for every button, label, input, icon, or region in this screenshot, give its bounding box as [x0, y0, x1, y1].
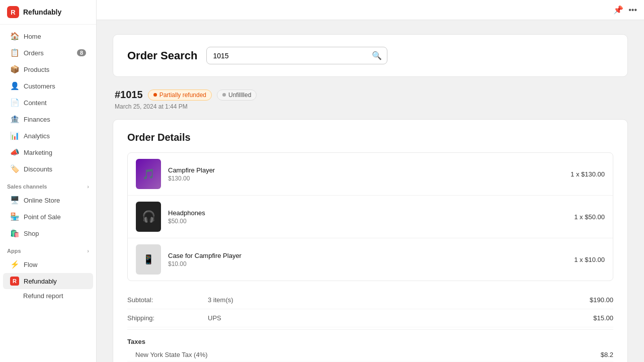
- product-info: Case for Campfire Player $10.00: [168, 252, 567, 267]
- discounts-icon: 🏷️: [10, 164, 19, 173]
- home-icon: 🏠: [10, 32, 19, 41]
- customers-icon: 👤: [10, 81, 19, 90]
- search-input-wrap: 🔍: [206, 47, 387, 64]
- sidebar-item-label: Customers: [24, 82, 55, 90]
- sidebar-item-point-of-sale[interactable]: 🏪 Point of Sale: [3, 209, 93, 225]
- sidebar: R Refundably 🏠 Home 📋 Orders 8 📦 Product…: [0, 0, 97, 362]
- finances-icon: 🏦: [10, 115, 19, 124]
- sidebar-item-label: Finances: [24, 116, 50, 123]
- search-title: Order Search: [127, 49, 197, 62]
- search-button[interactable]: 🔍: [367, 47, 387, 64]
- sidebar-item-orders[interactable]: 📋 Orders 8: [3, 45, 93, 61]
- tax-row: New York State Tax (4%) $8.2: [127, 348, 613, 361]
- sidebar-item-label: Flow: [24, 261, 37, 268]
- search-input[interactable]: [207, 48, 367, 63]
- point-of-sale-icon: 🏪: [10, 212, 19, 221]
- product-quantity: 1 x $50.00: [574, 213, 605, 221]
- refundably-icon: R: [10, 277, 19, 286]
- subtotal-row: Subtotal: 3 item(s) $190.00: [127, 291, 613, 309]
- shop-icon: 🛍️: [10, 229, 19, 238]
- unfulfilled-dot-icon: [222, 93, 226, 97]
- sidebar-item-discounts[interactable]: 🏷️ Discounts: [3, 161, 93, 177]
- sidebar-item-products[interactable]: 📦 Products: [3, 61, 93, 77]
- sidebar-item-label: Shop: [24, 230, 39, 237]
- analytics-icon: 📊: [10, 131, 19, 140]
- partial-dot-icon: [153, 93, 157, 97]
- sidebar-item-label: Analytics: [24, 132, 50, 140]
- order-meta: #1015 Partially refunded Unfilllled Marc…: [113, 89, 628, 110]
- sidebar-item-label: Online Store: [24, 197, 60, 204]
- online-store-icon: 🖥️: [10, 196, 19, 205]
- sidebar-item-label: Refundably: [24, 278, 57, 285]
- app-logo: R: [7, 6, 19, 18]
- order-date: March 25, 2024 at 1:44 PM: [115, 103, 626, 110]
- sidebar-item-analytics[interactable]: 📊 Analytics: [3, 128, 93, 144]
- order-details-title: Order Details: [127, 132, 613, 143]
- badge-unfulfilled: Unfilllled: [217, 89, 257, 101]
- tax-name: New York State Tax (4%): [135, 351, 601, 358]
- order-summary: Subtotal: 3 item(s) $190.00 Shipping: UP…: [127, 291, 613, 362]
- sidebar-item-online-store[interactable]: 🖥️ Online Store: [3, 192, 93, 208]
- order-id-row: #1015 Partially refunded Unfilllled: [115, 89, 626, 101]
- topbar: 📌 •••: [97, 0, 644, 20]
- sidebar-item-home[interactable]: 🏠 Home: [3, 28, 93, 44]
- product-info: Campfire Player $130.00: [168, 166, 564, 182]
- apps-chevron-icon[interactable]: ›: [87, 248, 89, 254]
- more-icon[interactable]: •••: [628, 6, 637, 15]
- product-row-headphones: 🎧 Headphones $50.00 1 x $50.00: [128, 196, 613, 238]
- product-price: $10.00: [168, 260, 567, 267]
- shipping-row: Shipping: UPS $15.00: [127, 309, 613, 327]
- app-name: Refundably: [23, 8, 61, 16]
- sidebar-item-label: Home: [24, 33, 41, 40]
- order-id: #1015: [115, 89, 143, 101]
- taxes-list: New York State Tax (4%) $8.2 New York Ci…: [127, 348, 613, 362]
- sidebar-item-refundably[interactable]: R Refundably: [3, 273, 93, 289]
- content-icon: 📄: [10, 98, 19, 107]
- product-name: Headphones: [168, 209, 567, 217]
- products-section: 🎵 Campfire Player $130.00 1 x $130.00 🎧 …: [127, 152, 613, 281]
- sidebar-subitem-refund-report[interactable]: Refund report: [3, 290, 93, 302]
- sidebar-item-label: Products: [24, 66, 49, 73]
- sidebar-item-label: Orders: [24, 49, 44, 57]
- sidebar-item-label: Discounts: [24, 165, 52, 173]
- sales-channels-chevron-icon[interactable]: ›: [87, 184, 89, 190]
- product-price: $130.00: [168, 175, 564, 182]
- sidebar-item-finances[interactable]: 🏦 Finances: [3, 111, 93, 127]
- order-details-card: Order Details 🎵 Campfire Player $130.00 …: [113, 119, 628, 362]
- order-search-card: Order Search 🔍: [113, 34, 628, 77]
- taxes-header: Taxes: [127, 332, 613, 348]
- sidebar-item-flow[interactable]: ⚡ Flow: [3, 256, 93, 273]
- subtotal-val: $190.00: [573, 296, 613, 304]
- sidebar-item-marketing[interactable]: 📣 Marketing: [3, 144, 93, 160]
- shipping-val: $15.00: [573, 314, 613, 322]
- sidebar-item-content[interactable]: 📄 Content: [3, 95, 93, 111]
- product-price: $50.00: [168, 218, 567, 225]
- product-row-campfire-player: 🎵 Campfire Player $130.00 1 x $130.00: [128, 153, 613, 196]
- sidebar-item-shop[interactable]: 🛍️ Shop: [3, 225, 93, 241]
- orders-icon: 📋: [10, 48, 19, 57]
- sidebar-item-customers[interactable]: 👤 Customers: [3, 78, 93, 94]
- subtotal-items: 3 item(s): [208, 296, 573, 304]
- tax-val: $8.2: [601, 351, 613, 358]
- product-thumb-case: 📱: [136, 244, 161, 275]
- product-name: Campfire Player: [168, 166, 564, 174]
- shipping-label: Shipping:: [127, 314, 208, 322]
- sidebar-item-label: Marketing: [24, 149, 52, 156]
- product-thumb-campfire: 🎵: [136, 159, 161, 189]
- shipping-carrier: UPS: [208, 314, 573, 322]
- search-icon: 🔍: [372, 51, 382, 60]
- badge-partially-refunded: Partially refunded: [148, 89, 212, 101]
- flow-icon: ⚡: [10, 260, 19, 269]
- products-icon: 📦: [10, 65, 19, 74]
- product-quantity: 1 x $130.00: [571, 170, 605, 178]
- product-quantity: 1 x $10.00: [574, 256, 605, 263]
- sidebar-item-label: Point of Sale: [24, 213, 61, 221]
- pin-icon[interactable]: 📌: [613, 5, 623, 15]
- orders-badge: 8: [77, 49, 86, 56]
- sidebar-header: R Refundably: [0, 0, 96, 25]
- marketing-icon: 📣: [10, 148, 19, 157]
- product-name: Case for Campfire Player: [168, 252, 567, 259]
- topbar-icons: 📌 •••: [613, 5, 637, 15]
- product-info: Headphones $50.00: [168, 209, 567, 225]
- product-row-case-campfire: 📱 Case for Campfire Player $10.00 1 x $1…: [128, 238, 613, 281]
